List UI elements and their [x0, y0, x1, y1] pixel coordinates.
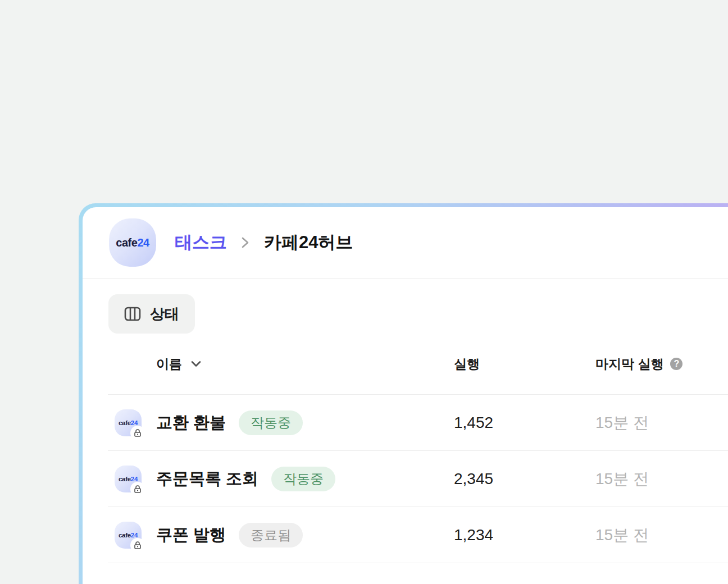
- task-name-cell: cafe24 주문목록 조회 작동중: [108, 466, 454, 492]
- breadcrumb-link-tasks[interactable]: 태스크: [175, 231, 227, 254]
- logo-text-main: cafe: [116, 236, 137, 249]
- last-run-time: 15분 전: [595, 524, 728, 546]
- table-row[interactable]: cafe24 주문목록 조회 작동중 2,345 15분 전: [108, 451, 728, 507]
- column-header-runs: 실행: [454, 355, 595, 373]
- cafe24-task-icon: cafe24: [115, 466, 142, 492]
- task-icon-text: cafe24: [119, 419, 138, 426]
- logo-text-number: 24: [137, 236, 149, 249]
- breadcrumb-current-hub: 카페24허브: [264, 231, 353, 254]
- cafe24-logo: cafe24: [109, 218, 156, 267]
- table-row[interactable]: cafe24 쿠폰 발행 종료됨 1,234 15분 전: [108, 507, 728, 563]
- toolbar: 상태: [83, 279, 728, 334]
- runs-count: 1,234: [454, 526, 595, 544]
- tasks-card-inner: cafe24 태스크 카페24허브 상태: [83, 207, 728, 584]
- status-badge: 작동중: [239, 410, 303, 435]
- cafe24-task-icon: cafe24: [115, 522, 142, 549]
- table-row[interactable]: cafe24 교환 환불 작동중 1,452 15분 전: [108, 395, 728, 451]
- last-run-time: 15분 전: [595, 412, 728, 434]
- cafe24-logo-text: cafe24: [116, 236, 149, 249]
- card-header: cafe24 태스크 카페24허브: [83, 207, 728, 279]
- status-button-label: 상태: [150, 304, 179, 324]
- task-name: 쿠폰 발행: [156, 524, 226, 546]
- column-header-runs-label: 실행: [454, 355, 480, 373]
- chevron-right-icon: [239, 234, 252, 252]
- column-header-last-run-label: 마지막 실행: [595, 355, 663, 373]
- runs-count: 2,345: [454, 470, 595, 488]
- lock-icon: [130, 538, 145, 553]
- task-table: 이름 실행 마지막 실행 ? cafe24: [108, 334, 728, 563]
- breadcrumb: 태스크 카페24허브: [175, 231, 353, 254]
- column-header-name-label: 이름: [156, 355, 182, 373]
- column-header-name[interactable]: 이름: [108, 355, 454, 373]
- task-icon-text: cafe24: [119, 532, 138, 539]
- help-icon[interactable]: ?: [670, 358, 683, 370]
- tasks-card: cafe24 태스크 카페24허브 상태: [79, 203, 728, 584]
- column-header-last-run: 마지막 실행 ?: [595, 355, 728, 373]
- chevron-down-icon[interactable]: [190, 360, 202, 368]
- runs-count: 1,452: [454, 414, 595, 432]
- task-name: 교환 환불: [156, 412, 226, 434]
- lock-icon: [130, 482, 145, 496]
- status-badge: 작동중: [271, 467, 335, 491]
- task-name-cell: cafe24 교환 환불 작동중: [108, 409, 454, 436]
- task-icon-text: cafe24: [119, 476, 138, 482]
- task-name-cell: cafe24 쿠폰 발행 종료됨: [108, 522, 454, 549]
- columns-icon: [124, 307, 141, 321]
- task-name: 주문목록 조회: [156, 468, 258, 490]
- status-badge: 종료됨: [239, 523, 303, 548]
- lock-icon: [130, 426, 145, 440]
- table-header-row: 이름 실행 마지막 실행 ?: [108, 334, 728, 395]
- last-run-time: 15분 전: [595, 468, 728, 490]
- cafe24-task-icon: cafe24: [115, 409, 142, 436]
- status-filter-button[interactable]: 상태: [108, 294, 195, 334]
